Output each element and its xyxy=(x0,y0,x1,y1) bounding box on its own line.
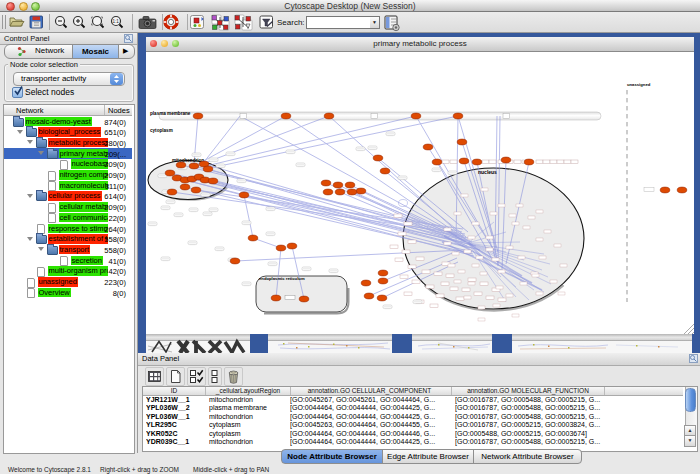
svg-text:nucleus: nucleus xyxy=(478,169,497,175)
svg-text:endoplasmic reticulum: endoplasmic reticulum xyxy=(259,276,305,281)
svg-text:plasma membrane: plasma membrane xyxy=(150,111,191,116)
svg-text:1:1: 1:1 xyxy=(113,19,120,24)
svg-text:unassigned: unassigned xyxy=(627,82,651,87)
svg-text:cytoplasm: cytoplasm xyxy=(150,128,173,133)
